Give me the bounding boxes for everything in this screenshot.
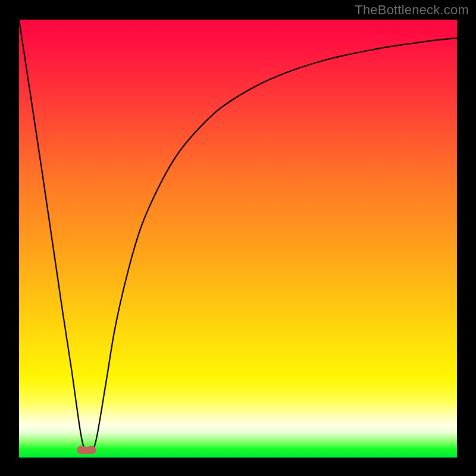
optimum-marker xyxy=(77,446,96,454)
chart-svg xyxy=(19,20,457,458)
bottleneck-curve-path xyxy=(19,20,457,450)
plot-area xyxy=(19,20,457,458)
chart-frame: TheBottleneck.com xyxy=(0,0,476,476)
watermark-text: TheBottleneck.com xyxy=(355,2,469,18)
